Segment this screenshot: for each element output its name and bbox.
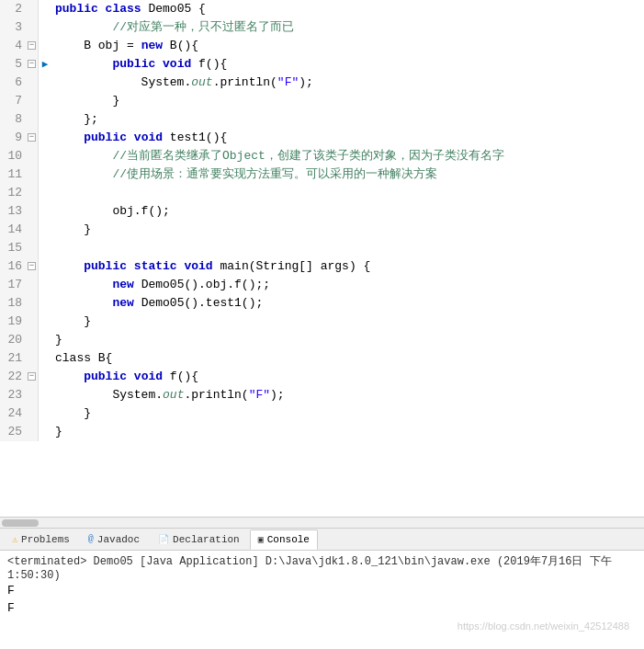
fold-gutter: −	[26, 55, 39, 74]
fold-gutter: −	[26, 37, 39, 55]
warning-icon: ⚠	[12, 534, 17, 545]
horizontal-scrollbar[interactable]	[0, 517, 644, 528]
arrow-column	[39, 404, 51, 423]
console-output-line-1: F	[7, 582, 637, 599]
code-content: public void test1(){	[51, 129, 227, 147]
code-line-13: 13 obj.f();	[0, 202, 644, 221]
tab-problems[interactable]: ⚠Problems	[4, 529, 78, 550]
arrow-column	[39, 276, 51, 294]
code-content: //使用场景：通常要实现方法重写。可以采用的一种解决方案	[51, 165, 437, 184]
code-token: public	[55, 2, 106, 16]
arrow-column	[39, 165, 51, 184]
fold-gutter	[26, 0, 39, 18]
code-token: //当前匿名类继承了Object，创建了该类子类的对象，因为子类没有名字	[55, 149, 504, 163]
line-number: 13	[0, 202, 26, 221]
code-token: void	[134, 370, 163, 383]
code-line-11: 11 //使用场景：通常要实现方法重写。可以采用的一种解决方案	[0, 165, 644, 184]
tab-javadoc[interactable]: @Javadoc	[80, 529, 148, 550]
code-token: }	[55, 406, 91, 420]
tab-label: Console	[267, 534, 310, 545]
arrow-column	[39, 74, 51, 92]
code-token: test1(){	[163, 131, 227, 144]
code-token: System.	[55, 388, 163, 402]
code-line-19: 19 }	[0, 313, 644, 331]
line-number: 4	[0, 37, 26, 55]
console-icon: ▣	[258, 534, 264, 545]
code-line-25: 25}	[0, 423, 644, 441]
code-content: public class Demo05 {	[51, 0, 206, 18]
code-content: }	[51, 331, 62, 349]
code-content: new Demo05().test1();	[51, 294, 263, 313]
code-line-24: 24 }	[0, 404, 644, 423]
code-content	[51, 184, 55, 202]
line-number: 15	[0, 239, 26, 257]
code-token: public	[84, 370, 127, 383]
code-line-6: 6 System.out.println("F");	[0, 74, 644, 92]
code-content: B obj = new B(){	[51, 37, 198, 55]
code-content: public void f(){	[51, 368, 198, 386]
code-token: void	[134, 131, 163, 144]
tab-label: Javadoc	[97, 534, 140, 545]
code-line-20: 20}	[0, 331, 644, 349]
code-token	[55, 57, 112, 71]
line-number: 11	[0, 165, 26, 184]
line-number: 3	[0, 18, 26, 37]
arrow-column	[39, 257, 51, 276]
code-line-4: 4− B obj = new B(){	[0, 37, 644, 55]
doc-icon: @	[88, 534, 94, 544]
tab-label: Problems	[21, 534, 70, 545]
watermark-text: https://blog.csdn.net/weixin_42512488	[7, 621, 637, 632]
line-number: 20	[0, 331, 26, 349]
code-token: class	[106, 2, 149, 16]
code-token: Demo05().test1();	[134, 296, 263, 310]
code-token: new	[112, 278, 133, 291]
code-token: };	[55, 112, 98, 126]
tab-console[interactable]: ▣Console	[250, 529, 318, 550]
fold-gutter	[26, 313, 39, 331]
code-token: f(){	[191, 57, 227, 71]
fold-gutter: −	[26, 368, 39, 386]
arrow-column	[39, 0, 51, 18]
scrollbar-thumb[interactable]	[2, 519, 39, 527]
arrow-column	[39, 129, 51, 147]
code-content: //对应第一种，只不过匿名了而已	[51, 18, 294, 37]
code-token	[55, 259, 84, 273]
fold-indicator[interactable]: −	[28, 60, 36, 68]
fold-gutter: −	[26, 257, 39, 276]
fold-gutter	[26, 202, 39, 221]
arrow-column	[39, 202, 51, 221]
fold-indicator[interactable]: −	[28, 372, 36, 381]
code-token: );	[299, 75, 313, 89]
code-line-7: 7 }	[0, 92, 644, 110]
line-number: 16	[0, 257, 26, 276]
arrow-column	[39, 18, 51, 37]
code-line-15: 15	[0, 239, 644, 257]
fold-indicator[interactable]: −	[28, 41, 36, 50]
fold-indicator[interactable]: −	[28, 133, 36, 142]
code-token: Demo05 {	[148, 2, 205, 16]
line-number: 21	[0, 349, 26, 368]
line-number: 6	[0, 74, 26, 92]
code-token: public	[84, 131, 127, 144]
code-line-8: 8 };	[0, 110, 644, 129]
code-content: }	[51, 423, 62, 441]
line-number: 19	[0, 313, 26, 331]
code-token	[55, 131, 84, 144]
bottom-tab-bar: ⚠Problems@Javadoc📄Declaration▣Console	[0, 529, 644, 551]
code-line-9: 9− public void test1(){	[0, 129, 644, 147]
tab-declaration[interactable]: 📄Declaration	[150, 529, 248, 550]
fold-gutter	[26, 349, 39, 368]
code-token: f(){	[163, 370, 198, 383]
fold-indicator[interactable]: −	[28, 262, 36, 270]
code-content: obj.f();	[51, 202, 170, 221]
code-token: class B{	[55, 351, 112, 365]
code-token: B(){	[163, 39, 198, 52]
arrow-column	[39, 92, 51, 110]
arrow-column	[39, 386, 51, 404]
code-token: }	[55, 425, 62, 438]
line-number: 24	[0, 404, 26, 423]
code-content: //当前匿名类继承了Object，创建了该类子类的对象，因为子类没有名字	[51, 147, 504, 165]
code-line-3: 3 //对应第一种，只不过匿名了而已	[0, 18, 644, 37]
code-token	[55, 296, 112, 310]
console-terminated-text: <terminated> Demo05 [Java Application] D…	[7, 553, 637, 582]
